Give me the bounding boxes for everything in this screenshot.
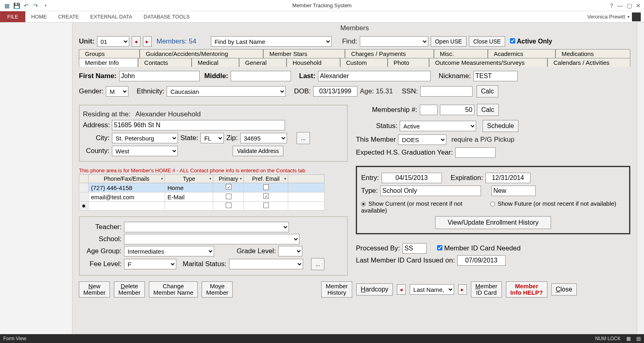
expiration-input[interactable] — [485, 173, 530, 183]
view-icon-2[interactable]: ▤ — [636, 336, 641, 341]
phone-row-new[interactable]: ✱ — [79, 202, 324, 211]
member-help-button[interactable]: MemberInfo HELP? — [506, 281, 547, 298]
feelevel-select[interactable]: F — [124, 259, 176, 269]
undo-icon[interactable]: ↶ — [23, 2, 30, 9]
unit-select[interactable]: 01 — [97, 36, 129, 47]
status-select[interactable]: Active — [400, 121, 476, 131]
phone-row[interactable]: (727) 446-4158Home — [79, 183, 324, 192]
tab-academics[interactable]: Academics — [488, 49, 556, 58]
zip-select[interactable]: 34695 — [240, 133, 287, 143]
marital-select[interactable] — [229, 259, 303, 269]
membershipno2-input[interactable] — [440, 105, 475, 115]
save-icon[interactable]: 💾 — [13, 2, 20, 9]
idcard-needed-checkbox[interactable]: Member ID Card Needed — [437, 244, 521, 252]
tab-guidance[interactable]: Guidance/Accidents/Mentoring — [140, 49, 263, 58]
show-current-radio[interactable]: Show Current (or most recent if not avai… — [361, 200, 488, 214]
phone-grid[interactable]: Phone/Fax/Emails Type Primary Pref. Emai… — [79, 174, 324, 211]
tab-misc[interactable]: Misc. — [434, 49, 488, 58]
enrolltype-input[interactable] — [380, 186, 481, 196]
schedule-button[interactable]: Schedule — [483, 120, 518, 132]
gradyear-input[interactable] — [455, 147, 495, 158]
teacher-select[interactable] — [124, 222, 289, 232]
member-idcard-button[interactable]: MemberID Card — [471, 281, 502, 298]
move-member-button[interactable]: MoveMember — [202, 281, 233, 298]
school-select[interactable] — [124, 234, 299, 244]
calc-membership-button[interactable]: Calc — [477, 104, 499, 116]
findby-select[interactable]: Find by Last Name — [211, 36, 332, 47]
membershipno1-input[interactable] — [420, 105, 438, 115]
nav-select[interactable]: Last Name, F — [410, 284, 454, 295]
validate-address-button[interactable]: Validate Address — [233, 146, 283, 156]
school-more-button[interactable]: ... — [311, 258, 325, 270]
open-use-button[interactable]: Open USE — [431, 36, 466, 47]
tab-household[interactable]: Household — [287, 58, 340, 67]
tab-medical[interactable]: Medical — [192, 58, 239, 67]
agegroup-select[interactable]: Intermediates — [124, 246, 214, 256]
nav-prev-icon[interactable]: ◂ — [397, 284, 406, 295]
nickname-input[interactable] — [473, 71, 518, 81]
tab-create[interactable]: CREATE — [52, 11, 85, 22]
tab-photo[interactable]: Photo — [388, 58, 429, 67]
entry-input[interactable] — [382, 173, 442, 183]
tab-charges[interactable]: Charges / Payments — [345, 49, 433, 58]
dob-input[interactable] — [313, 86, 357, 97]
close-icon[interactable]: ✕ — [636, 2, 641, 9]
address-more-button[interactable]: ... — [297, 132, 310, 144]
col-prefemail[interactable]: Pref. Email — [244, 175, 288, 183]
col-phone[interactable]: Phone/Fax/Emails — [89, 175, 165, 183]
tab-member-stars[interactable]: Member Stars — [263, 49, 345, 58]
delete-member-button[interactable]: DeleteMember — [114, 281, 145, 298]
tab-custom[interactable]: Custom — [340, 58, 388, 67]
view-icon-1[interactable]: ▦ — [626, 336, 631, 341]
hardcopy-button[interactable]: Hardcopy — [356, 283, 392, 295]
prefemail-checkbox[interactable] — [263, 184, 269, 190]
find-select[interactable] — [360, 36, 428, 47]
change-name-button[interactable]: ChangeMember Name — [149, 281, 198, 298]
county-select[interactable]: West — [112, 146, 178, 156]
show-future-radio[interactable]: Show Future (or most recent if not avail… — [490, 200, 617, 207]
close-use-button[interactable]: Close USE — [469, 36, 505, 47]
address-input[interactable] — [112, 120, 285, 130]
tab-calendars[interactable]: Calendars / Activities — [547, 58, 630, 67]
vertical-scrollbar[interactable] — [637, 23, 644, 334]
nav-next-icon[interactable]: ▸ — [458, 284, 467, 295]
unit-next-icon[interactable]: ▸ — [143, 36, 152, 47]
tab-external-data[interactable]: EXTERNAL DATA — [85, 11, 138, 22]
help-icon[interactable]: ? — [610, 2, 613, 9]
redo-icon[interactable]: ↷ — [32, 2, 39, 9]
primary-checkbox[interactable] — [226, 184, 231, 190]
new-member-button[interactable]: NewMember — [79, 281, 110, 298]
gradelevel-select[interactable] — [278, 246, 302, 256]
user-box[interactable]: Veronica Prewitt ▾ — [587, 12, 644, 21]
tab-medications[interactable]: Medications — [555, 49, 630, 58]
state-select[interactable]: FL — [200, 133, 224, 143]
tab-groups[interactable]: Groups — [79, 49, 140, 58]
pickup-select[interactable]: DOES — [398, 134, 446, 145]
firstname-input[interactable] — [119, 71, 200, 81]
lastissued-input[interactable] — [457, 255, 506, 266]
col-type[interactable]: Type — [165, 175, 213, 183]
middle-input[interactable] — [231, 71, 291, 81]
ethnicity-select[interactable]: Caucasian — [167, 86, 286, 97]
minimize-icon[interactable]: — — [617, 2, 623, 9]
tab-database-tools[interactable]: DATABASE TOOLS — [138, 11, 196, 22]
col-primary[interactable]: Primary — [213, 175, 244, 183]
gender-select[interactable]: M — [106, 86, 128, 97]
ssn-input[interactable] — [420, 86, 473, 97]
city-select[interactable]: St. Petersburg — [112, 133, 178, 143]
tab-outcome[interactable]: Outcome Measurements/Surveys — [429, 58, 547, 67]
lastname-input[interactable] — [318, 71, 431, 81]
tab-contacts[interactable]: Contacts — [138, 58, 192, 67]
processedby-input[interactable] — [402, 243, 427, 254]
tab-file[interactable]: FILE — [0, 11, 25, 22]
qat-more-icon[interactable]: ▾ — [42, 2, 49, 9]
unit-prev-icon[interactable]: ◂ — [132, 36, 140, 47]
phone-row[interactable]: email@test.comE-Mail — [79, 192, 324, 202]
tab-general[interactable]: General — [239, 58, 287, 67]
restore-icon[interactable]: ▢ — [627, 2, 632, 9]
calc-age-button[interactable]: Calc — [477, 85, 498, 97]
tab-home[interactable]: HOME — [25, 11, 52, 22]
close-button[interactable]: Close — [551, 283, 577, 295]
member-history-button[interactable]: MemberHistory — [321, 281, 352, 298]
enrolltype2-input[interactable] — [491, 186, 536, 196]
